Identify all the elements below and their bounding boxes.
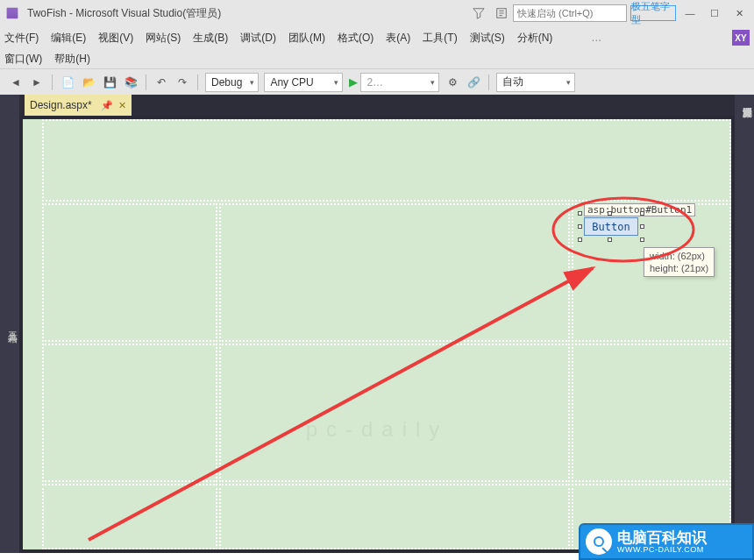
tab-close-icon[interactable]: ✕ (118, 100, 126, 111)
filter-icon[interactable] (473, 7, 485, 19)
undo-icon[interactable]: ↶ (153, 74, 169, 90)
window-title: TwoFish - Microsoft Visual Studio(管理员) (27, 6, 221, 21)
design-canvas[interactable]: asp:button#Button1 Button width: (62px)h… (23, 119, 731, 549)
menu-analyze[interactable]: 分析(N) (517, 31, 553, 46)
quick-launch-input[interactable] (513, 4, 627, 22)
menu-build[interactable]: 生成(B) (193, 31, 228, 46)
redo-icon[interactable]: ↷ (174, 74, 190, 90)
config-dropdown[interactable]: Debug (205, 73, 259, 92)
tab-label: Design.aspx* (30, 99, 92, 111)
menu-test[interactable]: 测试(S) (470, 31, 505, 46)
minimize-button[interactable]: — (679, 3, 701, 24)
menu-table[interactable]: 表(A) (386, 31, 410, 46)
menu-window[interactable]: 窗口(W) (4, 52, 42, 67)
toolbox-rail[interactable]: 工具箱 (0, 95, 19, 553)
vs-logo-icon (1, 2, 23, 24)
menu-file[interactable]: 文件(F) (4, 31, 39, 46)
link-icon[interactable]: 🔗 (466, 74, 481, 90)
right-rail[interactable]: 解决方案资源管理器 团队资源管理器 诊断工具 属性 (735, 95, 754, 553)
designer-surface[interactable]: asp:button#Button1 Button width: (62px)h… (19, 116, 735, 553)
open-icon[interactable]: 📂 (81, 74, 96, 90)
save-icon[interactable]: 💾 (102, 74, 117, 90)
menu-format[interactable]: 格式(O) (338, 31, 373, 46)
menu-team[interactable]: 团队(M) (288, 31, 325, 46)
menu-website[interactable]: 网站(S) (146, 31, 181, 46)
new-project-icon[interactable]: 📄 (60, 74, 75, 90)
user-badge[interactable]: XY (732, 30, 750, 46)
solution-explorer-rail[interactable]: 解决方案资源管理器 (741, 100, 754, 553)
site-badge: 电脑百科知识 WWW.PC-DAILY.COM (579, 523, 754, 560)
pin-icon[interactable]: 📌 (101, 100, 113, 111)
menu-edit[interactable]: 编辑(E) (51, 31, 86, 46)
document-tab[interactable]: Design.aspx* 📌 ✕ (25, 95, 132, 116)
forward-icon[interactable]: ► (29, 74, 45, 90)
watermark-text: pc-daily (306, 417, 449, 442)
menu-view[interactable]: 视图(V) (98, 31, 133, 46)
dimension-tooltip: width: (62px)height: (21px) (644, 247, 715, 277)
menu-tools[interactable]: 工具(T) (423, 31, 457, 46)
maximize-button[interactable]: ☐ (704, 3, 725, 24)
notification-icon[interactable] (495, 7, 508, 19)
save-all-icon[interactable]: 📚 (123, 74, 139, 90)
back-icon[interactable]: ◄ (8, 74, 24, 90)
selection-handles[interactable] (580, 214, 642, 239)
ime-badge[interactable]: 极五笔字型 (630, 5, 676, 21)
target-dropdown[interactable]: 自动 (496, 73, 575, 92)
browse-icon[interactable]: ⚙ (445, 74, 460, 90)
start-debug-icon[interactable]: ▶ (349, 75, 358, 89)
user-placeholder: … (591, 32, 601, 44)
magnifier-icon (594, 536, 604, 547)
debug-target-dropdown[interactable]: 2… (360, 73, 439, 92)
close-button[interactable]: ✕ (729, 3, 750, 24)
platform-dropdown[interactable]: Any CPU (264, 73, 343, 92)
menu-help[interactable]: 帮助(H) (54, 52, 90, 67)
menu-debug[interactable]: 调试(D) (240, 31, 276, 46)
